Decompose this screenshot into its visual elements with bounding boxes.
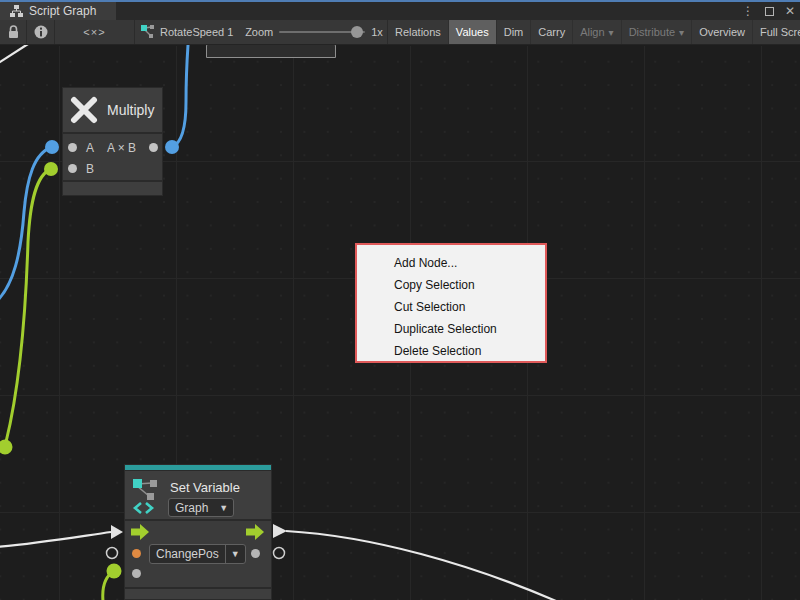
breadcrumb-label: RotateSpeed 1 [160, 26, 233, 38]
variable-scope-dropdown[interactable]: Graph ▼ [168, 498, 234, 517]
partially-hidden-node[interactable] [206, 43, 336, 58]
node-set-variable[interactable]: Set Variable Graph ▼ ChangePos ▼ [125, 465, 271, 599]
toolbar-button-values[interactable]: Values [449, 20, 497, 44]
port-b-label: B [86, 162, 94, 176]
script-graph-window: Script Graph ⋮ ✕ <×> [0, 0, 800, 600]
breadcrumb[interactable]: RotateSpeed 1 [135, 20, 235, 44]
zoom-control: Zoom 1x [235, 20, 387, 44]
toolbar-button-carry[interactable]: Carry [531, 20, 573, 44]
lock-icon [7, 25, 20, 39]
set-variable-body: ChangePos ▼ [125, 521, 271, 587]
set-variable-icon [132, 478, 164, 516]
zoom-label: Zoom [245, 26, 273, 38]
port-a-label: A [86, 141, 94, 155]
multiply-icon [70, 96, 98, 124]
port-row-b: B [63, 158, 162, 179]
info-button[interactable] [27, 20, 55, 44]
value-input-port[interactable] [132, 569, 141, 578]
zoom-slider[interactable] [279, 31, 365, 33]
graph-asset-icon [141, 25, 155, 39]
chevron-down-icon: ▼ [226, 549, 245, 559]
toolbar-button-align[interactable]: Align [573, 20, 622, 44]
chevron-down-icon: ▼ [214, 503, 233, 513]
graph-tab-icon [10, 5, 23, 17]
context-menu-item-add-node[interactable]: Add Node... [357, 252, 545, 274]
context-menu-item-duplicate-selection[interactable]: Duplicate Selection [357, 318, 545, 340]
toolbar-button-distribute[interactable]: Distribute [622, 20, 693, 44]
tab-bar: Script Graph ⋮ ✕ [0, 2, 800, 20]
node-multiply[interactable]: Multiply A A × B B [63, 88, 162, 195]
toolbar-buttons: RelationsValuesDimCarryAlignDistributeOv… [387, 20, 800, 44]
window-controls: ⋮ ✕ [742, 2, 795, 20]
toolbar-button-dim[interactable]: Dim [497, 20, 532, 44]
edit-graph-button[interactable]: <×> [55, 20, 135, 44]
tab-script-graph[interactable]: Script Graph [0, 2, 116, 20]
close-icon[interactable]: ✕ [785, 2, 795, 20]
port-a-input[interactable] [68, 143, 77, 152]
tab-title: Script Graph [29, 4, 96, 18]
port-result-output[interactable] [149, 143, 158, 152]
window-menu-icon[interactable]: ⋮ [742, 2, 754, 20]
toolbar-button-relations[interactable]: Relations [388, 20, 449, 44]
set-variable-header[interactable]: Set Variable Graph ▼ [125, 471, 271, 519]
code-icon: <×> [83, 26, 105, 38]
toolbar-button-full-screen[interactable]: Full Screen [753, 20, 800, 44]
lock-button[interactable] [0, 20, 27, 44]
variable-input-port[interactable] [132, 549, 141, 558]
window-focus-accent [0, 0, 800, 2]
port-result-label: A × B [107, 141, 136, 155]
variable-name-value: ChangePos [150, 547, 225, 561]
port-b-input[interactable] [68, 164, 77, 173]
multiply-ports: A A × B B [63, 134, 162, 180]
context-menu: Add Node...Copy SelectionCut SelectionDu… [355, 243, 547, 363]
maximize-icon[interactable] [765, 7, 774, 16]
context-menu-item-delete-selection[interactable]: Delete Selection [357, 340, 545, 362]
variable-name-dropdown[interactable]: ChangePos ▼ [149, 544, 246, 564]
graph-toolbar: <×> RotateSpeed 1 Zoom 1x RelationsValue… [0, 20, 800, 45]
scope-value: Graph [169, 501, 214, 515]
port-row-a: A A × B [63, 137, 162, 158]
value-output-port[interactable] [251, 549, 260, 558]
context-menu-item-copy-selection[interactable]: Copy Selection [357, 274, 545, 296]
multiply-title: Multiply [107, 102, 154, 118]
zoom-value: 1x [371, 26, 383, 38]
toolbar-button-overview[interactable]: Overview [692, 20, 753, 44]
set-variable-footer [125, 589, 271, 599]
info-icon [34, 25, 48, 39]
set-variable-title: Set Variable [170, 480, 240, 495]
context-menu-item-cut-selection[interactable]: Cut Selection [357, 296, 545, 318]
multiply-footer [63, 182, 162, 195]
multiply-header[interactable]: Multiply [63, 88, 162, 132]
zoom-slider-knob[interactable] [351, 26, 363, 38]
